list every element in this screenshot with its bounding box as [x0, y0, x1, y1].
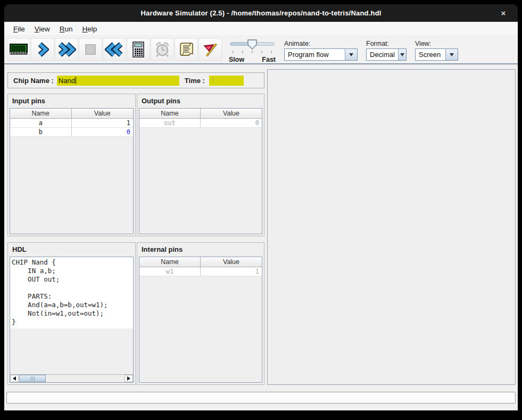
pin-name: a [10, 119, 72, 127]
evaluate-icon [131, 41, 145, 58]
menu-run[interactable]: Run [55, 23, 78, 35]
toolbar-combos: Animate: Program flow Format: Decimal [284, 38, 458, 61]
format-dropdown-button[interactable] [398, 49, 406, 60]
name-column-header: Name [139, 109, 201, 118]
name-column-header: Name [139, 257, 201, 267]
slider-slow-label: Slow [229, 56, 244, 63]
hdl-title: HDL [8, 243, 135, 256]
app-window: File View Run Help [4, 22, 518, 410]
table-row: a1 [10, 119, 133, 128]
stop-button [79, 38, 102, 61]
load-chip-icon [9, 42, 28, 57]
main-content: Chip Name : Nand Time : 7 Input pins Nam… [4, 64, 518, 410]
output-pins-title: Output pins [137, 94, 264, 108]
chip-name-input[interactable]: Nand [57, 76, 179, 86]
table-header: Name Value [10, 109, 133, 119]
table-row: b0 [10, 128, 133, 137]
animate-combo-block: Animate: Program flow [284, 40, 358, 61]
stop-icon [84, 43, 97, 56]
single-step-button[interactable] [31, 38, 54, 61]
scrollbar-thumb[interactable] [19, 375, 46, 382]
grip-line [34, 376, 35, 381]
toolbar: Slow Fast Animate: Program flow Format: [4, 36, 518, 64]
view-label: View: [415, 40, 458, 47]
status-bar [6, 392, 516, 403]
pin-name: out [139, 119, 201, 127]
menu-bar: File View Run Help [4, 22, 518, 36]
view-script-icon [178, 41, 194, 58]
view-value: Screen [416, 51, 445, 59]
triangle-left-icon [13, 376, 16, 381]
pin-value[interactable]: 0 [72, 128, 134, 136]
table-row: out0 [139, 119, 262, 128]
internal-pins-title: Internal pins [137, 243, 264, 256]
format-select[interactable]: Decimal [366, 48, 407, 61]
menu-view[interactable]: View [30, 23, 55, 35]
chevron-down-icon [349, 53, 353, 56]
clock-cycle-icon [154, 41, 171, 58]
pin-value: 0 [201, 119, 262, 127]
speed-slider[interactable] [229, 39, 276, 55]
view-select[interactable]: Screen [415, 48, 458, 61]
pin-value: 1 [201, 267, 262, 276]
slider-fast-label: Fast [262, 56, 276, 63]
output-pins-panel: Output pins Name Value out0 [137, 94, 264, 236]
value-column-header: Value [201, 109, 262, 118]
chevron-down-icon [450, 53, 454, 56]
animate-dropdown-button[interactable] [345, 49, 357, 60]
load-chip-button[interactable] [7, 38, 30, 61]
time-field: 7 [209, 76, 244, 86]
scroll-right-button[interactable] [125, 375, 133, 382]
animate-select[interactable]: Program flow [284, 48, 358, 61]
chip-name-label: Chip Name : [13, 77, 54, 85]
animate-value: Program flow [285, 51, 345, 59]
output-pins-scrollpane: Name Value out0 [139, 108, 262, 234]
input-pins-title: Input pins [8, 94, 135, 108]
table-header: Name Value [139, 109, 262, 119]
format-value: Decimal [367, 51, 398, 59]
pin-value[interactable]: 1 [72, 119, 134, 127]
internal-pins-table: Name Value w11 [139, 257, 262, 276]
breakpoints-button[interactable] [198, 38, 222, 61]
scroll-left-button[interactable] [10, 375, 19, 382]
run-button[interactable] [55, 38, 78, 61]
reset-button[interactable] [103, 38, 126, 61]
single-step-icon [36, 42, 49, 57]
input-pins-table: Name Value a1b0 [10, 109, 133, 137]
window-title: Hardware Simulator (2.5) - /home/thomas/… [140, 9, 381, 17]
table-header: Name Value [139, 257, 262, 267]
output-pins-table: Name Value out0 [139, 109, 262, 128]
menu-file[interactable]: File [9, 23, 30, 35]
grip-line [31, 376, 31, 381]
input-pins-panel: Input pins Name Value a1b0 [7, 94, 136, 236]
hdl-scrollpane: CHIP Nand { IN a,b; OUT out; PARTS: And(… [10, 257, 134, 383]
chip-display-canvas [267, 69, 516, 385]
input-pins-scrollpane: Name Value a1b0 [10, 108, 134, 234]
run-icon [57, 42, 76, 57]
table-row: w11 [139, 267, 262, 276]
internal-pins-scrollpane: Name Value w11 [139, 257, 262, 383]
view-script-button[interactable] [175, 38, 198, 61]
hdl-panel: HDL CHIP Nand { IN a,b; OUT out; PARTS: … [7, 242, 136, 385]
pin-name: b [10, 128, 72, 136]
chevron-down-icon [400, 53, 404, 56]
format-combo-block: Format: Decimal [366, 40, 407, 61]
grip-line [32, 376, 33, 381]
view-dropdown-button[interactable] [445, 49, 458, 60]
title-bar[interactable]: Hardware Simulator (2.5) - /home/thomas/… [4, 4, 518, 22]
hdl-code-background: CHIP Nand { IN a,b; OUT out; PARTS: And(… [10, 257, 133, 328]
chip-name-bar: Chip Name : Nand Time : 7 [7, 72, 264, 88]
reset-icon [105, 42, 124, 57]
close-icon[interactable]: × [499, 9, 508, 18]
clock-cycle-button [151, 38, 174, 61]
evaluate-button[interactable] [127, 38, 150, 61]
chip-name-value: Nand [59, 77, 75, 85]
hdl-horizontal-scrollbar[interactable] [10, 374, 133, 382]
internal-pins-panel: Internal pins Name Value w11 [137, 242, 264, 385]
time-label: Time : [185, 77, 205, 85]
format-label: Format: [366, 40, 407, 47]
hdl-code-area: CHIP Nand { IN a,b; OUT out; PARTS: And(… [10, 257, 133, 374]
triangle-right-icon [127, 376, 130, 381]
text-caret [76, 77, 76, 84]
menu-help[interactable]: Help [78, 23, 102, 35]
